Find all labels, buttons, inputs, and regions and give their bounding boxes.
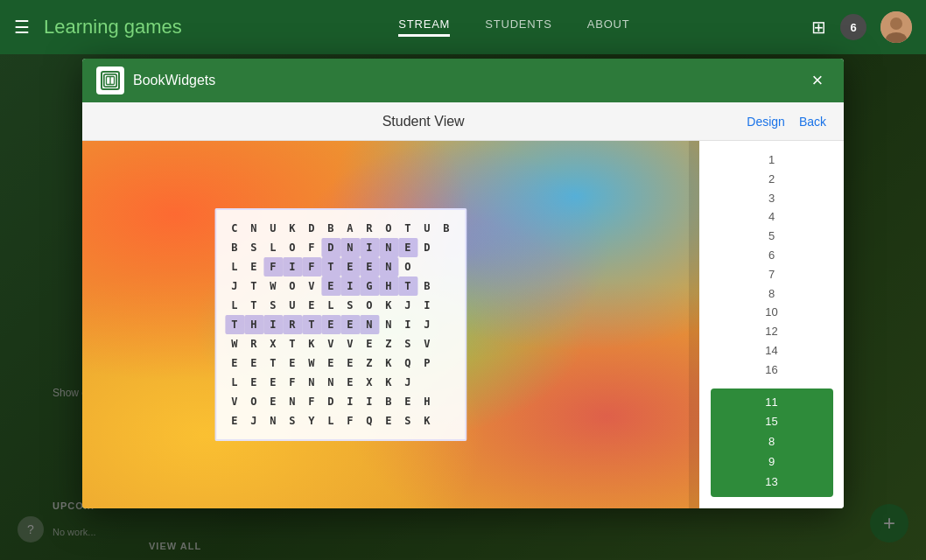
cell: B	[379, 392, 398, 411]
grid-row-0: C N U K D B A R O T U B	[225, 219, 456, 238]
cell: Q	[398, 354, 417, 373]
cell: K	[379, 296, 398, 315]
cell: H	[244, 315, 263, 334]
cell: B	[225, 238, 244, 257]
cell: U	[417, 219, 437, 238]
cell: E	[263, 392, 283, 411]
cell: D	[321, 392, 340, 411]
cell: V	[417, 334, 437, 354]
cell	[437, 276, 456, 296]
cell: G	[360, 276, 379, 296]
cell: F	[302, 257, 321, 276]
cell: E	[398, 392, 417, 411]
cell: I	[263, 315, 283, 334]
modal-header: BookWidgets ×	[82, 59, 844, 102]
cell: E	[340, 257, 360, 276]
cell: O	[360, 296, 379, 315]
cell: L	[225, 296, 244, 315]
notification-badge[interactable]: 6	[840, 14, 866, 40]
cell: J	[398, 373, 417, 392]
cell: F	[283, 373, 302, 392]
app-title: Learning games	[44, 16, 182, 38]
cell: U	[263, 219, 283, 238]
cell: B	[437, 219, 456, 238]
cell: L	[225, 257, 244, 276]
cell: O	[398, 257, 417, 276]
cell: K	[379, 354, 398, 373]
cell: D	[321, 238, 340, 257]
topbar-right: ⊞ 6	[811, 11, 912, 43]
cell: E	[263, 373, 283, 392]
cell: N	[244, 219, 263, 238]
grid-row-10: E J N S Y L F Q E S K	[225, 411, 456, 430]
number-item: 16	[706, 361, 837, 380]
found-word: 11	[765, 394, 777, 412]
grid-row-6: W R X T K V V E Z S V	[225, 334, 456, 354]
cell	[437, 238, 456, 257]
grid-row-3: J T W O V E I G H T B	[225, 276, 456, 296]
cell	[437, 392, 456, 411]
number-list: 1 2 3 4 5 6 7 8 10 12 14 16	[706, 151, 837, 380]
cell: N	[379, 315, 398, 334]
cell: O	[244, 392, 263, 411]
grid-row-7: E E T E W E E Z K Q P	[225, 354, 456, 373]
modal-close-button[interactable]: ×	[805, 68, 830, 93]
cell: S	[398, 411, 417, 430]
cell: J	[417, 315, 437, 334]
modal-dialog: BookWidgets × Student View Design Back C	[82, 59, 844, 508]
cell: E	[244, 373, 263, 392]
apps-icon[interactable]: ⊞	[811, 17, 826, 38]
cell: N	[283, 392, 302, 411]
cell: U	[283, 296, 302, 315]
cell: T	[302, 315, 321, 334]
user-avatar[interactable]	[880, 11, 912, 43]
nav-students[interactable]: STUDENTS	[485, 18, 551, 37]
cell: D	[302, 219, 321, 238]
cell: E	[321, 276, 340, 296]
word-grid[interactable]: C N U K D B A R O T U B	[214, 208, 467, 441]
menu-icon[interactable]: ☰	[14, 17, 30, 38]
cell: T	[321, 257, 340, 276]
scroll-indicator[interactable]	[689, 141, 699, 508]
cell: T	[283, 334, 302, 354]
cell: L	[321, 411, 340, 430]
cell: C	[225, 219, 244, 238]
grid-row-4: L T S U E L S O K J I	[225, 296, 456, 315]
cell: E	[321, 354, 340, 373]
cell: E	[360, 334, 379, 354]
number-item: 10	[706, 304, 837, 322]
cell: S	[283, 411, 302, 430]
cell: R	[283, 315, 302, 334]
cell	[437, 354, 456, 373]
cell: N	[340, 238, 360, 257]
cell: J	[398, 296, 417, 315]
cell: V	[302, 276, 321, 296]
cell: I	[283, 257, 302, 276]
cell: O	[379, 219, 398, 238]
cell: N	[302, 373, 321, 392]
nav-stream[interactable]: STREAM	[398, 18, 450, 37]
cell: E	[302, 296, 321, 315]
found-words-box: 11 15 8 9 13	[711, 388, 833, 497]
grid-row-5: T H I R T E E N N I J	[225, 315, 456, 334]
back-link[interactable]: Back	[799, 115, 826, 129]
cell	[437, 296, 456, 315]
cell: E	[379, 411, 398, 430]
cell: N	[360, 315, 379, 334]
cell: X	[360, 373, 379, 392]
cell: N	[263, 411, 283, 430]
cell: Q	[360, 411, 379, 430]
number-panel: 1 2 3 4 5 6 7 8 10 12 14 16 11 15 8	[699, 141, 844, 508]
cell: Z	[360, 354, 379, 373]
cell: J	[225, 276, 244, 296]
nav-about[interactable]: ABOUT	[587, 18, 630, 37]
cell: N	[321, 373, 340, 392]
cell	[437, 257, 456, 276]
cell: Y	[302, 411, 321, 430]
found-word: 8	[768, 433, 775, 452]
bookwidgets-logo	[96, 66, 124, 94]
number-item: 4	[706, 208, 837, 227]
modal-body: C N U K D B A R O T U B	[82, 141, 844, 508]
design-link[interactable]: Design	[747, 115, 785, 129]
number-item: 1	[706, 151, 837, 170]
